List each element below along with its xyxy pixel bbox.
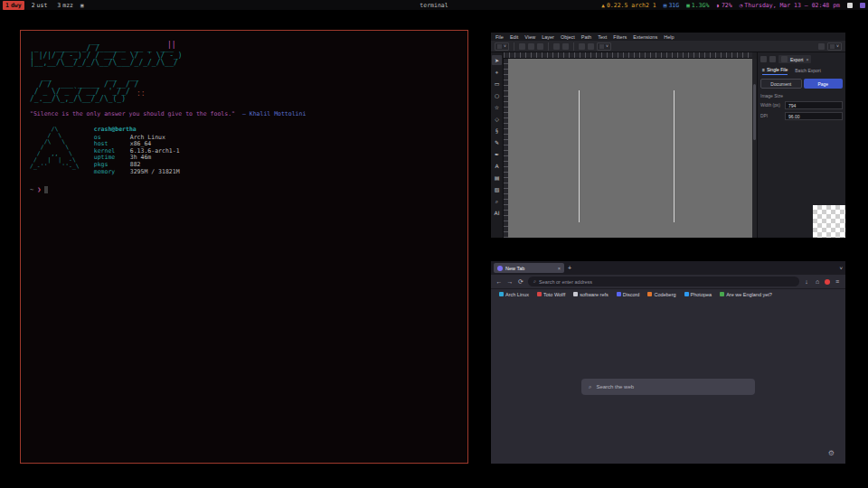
workspace-3[interactable]: 3 mzz [54,1,76,10]
page-guide-left [579,90,580,222]
menu-extensions[interactable]: Extensions [633,34,657,40]
menu-path[interactable]: Path [581,34,591,40]
bookmark-favicon [684,292,689,296]
url-bar[interactable]: ⌕ Search or enter address [528,277,799,286]
workspace-number: 2 [32,2,35,9]
close-tab-icon[interactable]: × [558,266,561,271]
undo-icon[interactable] [553,43,560,50]
forward-icon[interactable]: → [506,278,514,285]
shell-prompt[interactable]: ~ ❯ [30,186,458,193]
new-tab-page: ⌕ Search the web ⚙ [491,299,845,464]
layout-mode-icon[interactable]: ▣ [80,2,84,8]
save-document-icon[interactable] [537,43,543,50]
zoom-tool-icon[interactable]: ⌕ [492,196,502,206]
browser-tab-new-tab[interactable]: New Tab × [494,263,564,273]
downloads-icon[interactable]: ↓ [803,278,810,285]
prompt-path: ~ [30,186,33,193]
menu-view[interactable]: View [524,34,535,40]
bookmark-software-refs[interactable]: software refs [573,292,608,297]
node-tool-icon[interactable]: ⌖ [492,67,502,77]
bookmark-discord[interactable]: Discord [617,292,640,297]
tray-icon-2[interactable] [860,3,865,8]
tool-style-dropdown[interactable]: ˅ [495,42,509,51]
inkscape-command-toolbar: ˅ ˅ ˅ [491,41,845,52]
menu-edit[interactable]: Edit [510,34,518,40]
zoom-page-icon[interactable] [588,43,594,50]
menu-layer[interactable]: Layer [542,34,554,40]
text-tool-icon[interactable]: A [492,161,502,171]
list-all-tabs-icon[interactable]: ˅ [839,266,843,271]
ai-tool-icon[interactable]: AI [492,208,502,218]
export-dialog-tab[interactable]: Export × [778,55,811,63]
cpu-status: ▦ 1.3G% [686,2,709,9]
menu-help[interactable]: Help [664,34,674,40]
redo-icon[interactable] [562,43,569,50]
home-icon[interactable]: ⌂ [814,278,821,285]
workspace-1[interactable]: 1 dwy [3,1,24,10]
new-tab-button[interactable]: + [568,265,571,271]
inkscape-window[interactable]: File Edit View Layer Object Path Text Fi… [491,33,845,238]
export-document-button[interactable]: Document [760,79,802,89]
dpi-label: DPI [760,114,782,118]
dropper-tool-icon[interactable]: ▧ [492,184,502,194]
menu-object[interactable]: Object [561,34,575,40]
horizontal-ruler[interactable] [504,52,752,59]
browser-window[interactable]: New Tab × + ˅ ← → ⟳ ⌕ Search or enter ad… [491,261,845,464]
bookmark-are-we-england-yet[interactable]: Are we England yet? [720,292,772,297]
search-icon: ⌕ [533,278,536,285]
inkscape-canvas[interactable] [508,59,752,238]
export-page-button[interactable]: Page [804,79,844,89]
single-file-tab[interactable]: ≡ Single File [762,67,788,75]
zoom-drawing-icon[interactable] [579,43,585,50]
terminal-window[interactable]: __ _ _____ _/ /______ __ _ ___ | |/|/ / … [20,30,468,464]
new-document-icon[interactable] [519,43,525,50]
rectangle-tool-icon[interactable]: ▭ [492,79,502,89]
gradient-tool-icon[interactable]: ▤ [492,173,502,183]
menu-filters[interactable]: Filters [613,34,627,40]
bookmark-codeberg[interactable]: Codeberg [647,292,675,297]
spiral-tool-icon[interactable]: § [492,126,502,136]
menu-text[interactable]: Text [598,34,607,40]
batch-export-tab[interactable]: Batch Export [795,67,821,75]
back-icon[interactable]: ← [495,278,503,285]
volume-status: ◗ 72% [716,2,731,9]
star-tool-icon[interactable]: ☆ [492,102,502,112]
snap-options-dropdown[interactable]: ˅ [827,42,842,51]
ellipse-tool-icon[interactable]: ○ [492,90,502,100]
export-tab-label: Export [790,57,803,62]
menu-icon[interactable]: ≡ [834,278,841,285]
desktop: 1 dwy 2 ust 3 mzz ▣ terminal ▲ 0.22.5 ar… [0,0,868,488]
dpi-input[interactable]: 96.00 [785,112,843,120]
bookmark-toto-wolff[interactable]: Toto Wolff [537,292,565,297]
web-search-input[interactable]: ⌕ Search the web [581,379,755,395]
clock-status: ◔ Thursday, Mar 13 — 02:48 pm [740,2,840,9]
menu-file[interactable]: File [495,34,504,40]
open-document-icon[interactable] [528,43,534,50]
reload-icon[interactable]: ⟳ [517,278,524,286]
snap-controls-icon[interactable] [818,43,825,50]
layers-dialog-icon[interactable] [769,56,776,62]
box3d-tool-icon[interactable]: ◇ [492,114,502,124]
close-export-dialog-icon[interactable]: × [806,57,808,62]
adblock-extension-icon[interactable] [825,279,830,285]
tray-icon-1[interactable] [847,3,853,8]
display-mode-dropdown[interactable]: ˅ [597,42,611,51]
selector-tool-icon[interactable]: ➤ [492,55,502,65]
personalize-gear-icon[interactable]: ⚙ [828,449,835,457]
pencil-tool-icon[interactable]: ✎ [492,137,502,147]
ascii-banner: __ _ _____ _/ /______ __ _ ___ | |/|/ / … [30,38,458,103]
export-preview-checkerboard [813,205,845,238]
status-modules: ▲ 0.22.5 arch2 1 ▤ 31G ▦ 1.3G% ◗ 72% ◔ T… [601,2,865,9]
bookmark-arch-linux[interactable]: Arch Linux [499,292,529,297]
swatches-dialog-icon[interactable] [760,56,767,62]
scrollbar-thumb[interactable] [753,84,756,140]
tab-title: New Tab [505,266,555,271]
bookmark-photopea[interactable]: Photopea [684,292,712,297]
width-input[interactable]: 794 [785,101,843,109]
workspace-2[interactable]: 2 ust [29,1,51,10]
workspace-list: 1 dwy 2 ust 3 mzz ▣ [3,1,84,10]
width-label: Width (px) [760,103,782,108]
bookmark-favicon [720,292,724,296]
pen-tool-icon[interactable]: ✒ [492,149,502,159]
memory-icon: ▤ [664,2,667,8]
